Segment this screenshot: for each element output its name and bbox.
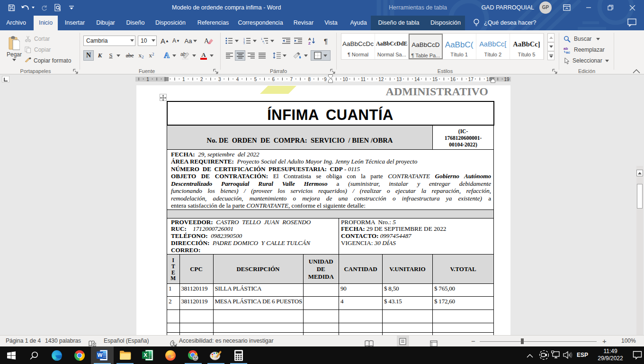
table-cell[interactable] [167,323,180,333]
undo-button[interactable] [19,0,36,15]
tab-selector-button[interactable] [2,76,9,82]
tab-revisar[interactable]: Revisar [292,16,315,30]
table-cell[interactable]: 381120119 [179,284,213,297]
text-effects-button[interactable]: A [161,50,172,61]
tab-diseno[interactable]: Diseño [125,16,146,30]
order-label-cell[interactable]: No. DE ORDEN DE COMPRA: SERVICIO / BIEN … [167,125,433,149]
justify-button[interactable] [257,50,267,61]
tray-language[interactable]: ESP [574,352,591,358]
taskbar-explorer-button[interactable] [114,346,136,364]
items-header-cpc[interactable]: CPC [179,255,213,284]
minimize-button[interactable] [578,0,599,15]
cut-button[interactable]: Cortar [25,34,77,44]
font-color-button[interactable]: A [198,50,209,61]
document-page[interactable]: ADMINISTRATIVO ÍNFIMA CUANTÍA No. DE ORD… [136,85,510,335]
paste-button[interactable]: Pegar [5,32,24,64]
language-indicator[interactable]: Español (España) [104,336,149,347]
items-header-vtotal[interactable]: V.TOTAL [433,255,494,284]
table-cell[interactable] [339,309,383,323]
table-cell[interactable]: $ 765,00 [433,284,494,297]
taskbar-edge-button[interactable] [45,346,68,364]
style-card-normal-sa[interactable]: AaBbCcDdENormal Sa... [375,34,409,59]
scrollbar-thumb[interactable] [637,184,643,209]
start-button[interactable] [0,346,23,364]
share-comment-button[interactable] [627,18,636,28]
tab-correspondencia[interactable]: Correspondencia [237,16,284,30]
table-cell[interactable] [433,309,494,323]
styles-scroll-up-button[interactable] [547,33,555,42]
shading-dropdown-icon[interactable] [304,55,308,57]
clear-formatting-button[interactable]: A [203,36,215,46]
show-marks-button[interactable]: ¶ [321,36,331,46]
table-cell[interactable]: $ 8,50 [383,284,433,297]
ic-cell[interactable]: (IC- 1768120600001- 00104-2022) [433,125,494,149]
taskbar-paint-button[interactable] [205,346,227,364]
table-cell[interactable] [303,297,339,310]
align-left-button[interactable] [224,50,234,61]
table-cell[interactable] [179,323,213,333]
provider-cell[interactable]: PROVEEDOR: CASTRO TELLO JUAN ROSENDO RUC… [167,218,339,255]
copy-button[interactable]: Copiar [25,45,77,55]
table-cell[interactable] [383,323,433,333]
table-cell[interactable] [433,323,494,333]
style-card-t-tulo-1[interactable]: AaBbC(Título 1 [443,34,476,59]
items-header-item[interactable]: ITEM [167,255,180,284]
bullets-button[interactable] [224,36,234,46]
horizontal-ruler[interactable]: 123456789101112131415161718191 [134,74,518,83]
contract-fields-cell[interactable]: FECHA: 29, septiembre del 2022 ÁREA REQU… [167,149,494,209]
strikethrough-button[interactable]: abe [124,50,135,61]
scroll-up-button[interactable] [636,170,643,176]
tray-clock[interactable]: 11:49 29/9/2022 [593,348,628,362]
table-cell[interactable] [303,323,339,333]
table-cell[interactable]: 4 [339,297,383,310]
taskbar-search-button[interactable] [23,346,45,364]
tab-vista[interactable]: Vista [322,16,340,30]
taskbar-excel-button[interactable]: X [136,346,159,364]
items-header-unidad[interactable]: UNIDAD DE MEDIDA [303,255,339,284]
table-cell[interactable]: 381120119 [179,297,213,310]
tab-disposicion[interactable]: Disposición [154,16,187,30]
styles-more-button[interactable] [547,51,555,60]
vertical-scrollbar[interactable] [636,166,643,335]
close-button[interactable] [622,0,643,15]
action-center-button[interactable] [633,351,642,362]
page-header-text[interactable]: ADMINISTRATIVO [386,85,488,98]
clipboard-dialog-launcher-icon[interactable] [73,69,79,74]
accessibility-status[interactable]: Accesibilidad: es necesario investigar [179,336,273,347]
style-card-t-tulo-5[interactable]: AaBbCc]Título 5 [510,34,544,59]
tab-archivo[interactable]: Archivo [4,16,28,30]
shrink-font-button[interactable]: A▼ [171,36,181,46]
table-cell[interactable]: MESA PLÁSTICA DE 6 PUESTOS [213,297,303,310]
print-layout-button[interactable] [397,336,409,347]
underline-dropdown-icon[interactable] [116,55,120,57]
word-count[interactable]: 1430 palabras [45,336,81,347]
items-header-descripcion[interactable]: DESCRIPCIÓN [213,255,303,284]
taskbar-chrome-profile-button[interactable] [182,346,205,364]
text-highlight-dropdown-icon[interactable] [192,55,196,57]
underline-button[interactable]: S [106,50,116,61]
table-cell[interactable] [383,309,433,323]
tray-meetnow-button[interactable] [539,350,549,362]
zoom-out-button[interactable]: − [471,336,475,347]
taskbar-calculator-button[interactable] [227,346,250,364]
numbering-button[interactable]: 123 [242,36,252,46]
format-painter-button[interactable]: Copiar formato [25,56,80,65]
change-case-button[interactable]: Aa [184,36,198,46]
tab-diseno-de-tabla[interactable]: Diseño de tabla [377,16,420,30]
bold-button[interactable]: N [83,50,94,61]
table-cell[interactable] [303,284,339,297]
styles-dialog-launcher-icon[interactable] [552,69,558,74]
tab-disposicion-tabla[interactable]: Disposición [429,16,462,30]
sort-button[interactable]: AZ [306,36,318,46]
zoom-in-button[interactable]: + [602,336,607,347]
table-cell[interactable] [213,309,303,323]
borders-button[interactable] [311,50,331,61]
print-preview-button[interactable] [52,0,63,15]
font-dialog-launcher-icon[interactable] [213,69,219,74]
tab-insertar[interactable]: Insertar [63,16,87,30]
avatar[interactable]: GP [539,1,552,14]
table-cell[interactable] [339,323,383,333]
zoom-level[interactable]: 100% [621,336,636,347]
styles-scroll-down-button[interactable] [547,42,555,51]
table-cell[interactable] [213,323,303,333]
